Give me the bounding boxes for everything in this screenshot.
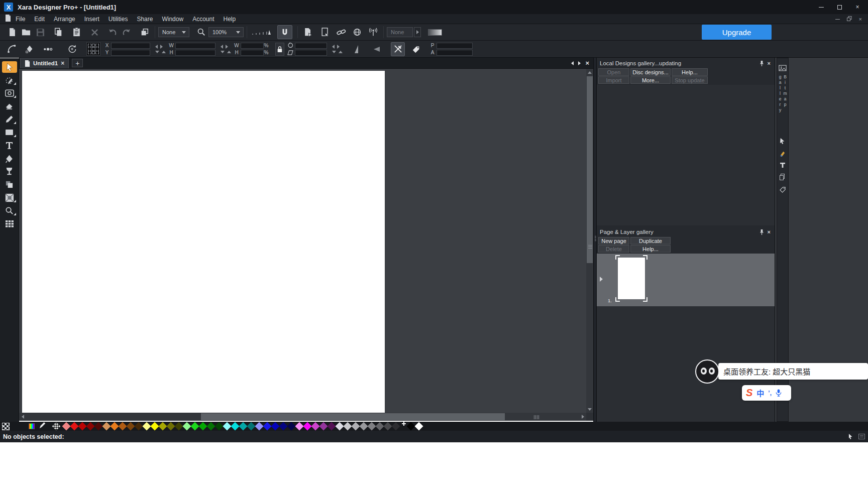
flip-horizontal-button[interactable] <box>369 42 384 56</box>
pencil-tool[interactable] <box>2 113 17 125</box>
select-gallery-icon[interactable] <box>778 137 787 146</box>
gallery-close-icon[interactable]: × <box>768 60 771 66</box>
zoom-search-icon[interactable] <box>194 26 208 39</box>
color-swatch[interactable] <box>231 422 240 431</box>
color-swatch[interactable] <box>94 422 103 431</box>
xy-spinners[interactable] <box>155 45 166 53</box>
height-field[interactable] <box>175 50 215 56</box>
color-swatch[interactable] <box>328 422 336 431</box>
stop-update-button[interactable]: Stop update <box>672 76 708 84</box>
menu-arrange[interactable]: Arrange <box>49 16 80 23</box>
color-swatch[interactable] <box>247 422 256 431</box>
color-swatch[interactable] <box>376 422 384 431</box>
transform-toggle-button[interactable] <box>391 42 405 56</box>
color-swatch[interactable] <box>407 422 415 431</box>
hyperlink-button[interactable] <box>334 26 348 39</box>
color-swatch[interactable] <box>159 422 167 431</box>
fill-edit-icon[interactable] <box>22 42 37 56</box>
freehand-brush-tool[interactable] <box>2 74 17 86</box>
color-swatch[interactable] <box>167 422 175 431</box>
transparency-tool[interactable] <box>2 166 17 177</box>
color-swatch[interactable] <box>151 422 159 431</box>
width-percent-field[interactable] <box>241 43 264 49</box>
node-edit-icon[interactable] <box>40 42 55 56</box>
line-style-dropdown[interactable]: None <box>387 27 413 37</box>
ime-language-toggle[interactable]: 中 <box>756 388 764 398</box>
fill-tool[interactable] <box>2 153 17 164</box>
new-page-button[interactable]: New page <box>598 237 629 245</box>
gradient-swatch[interactable] <box>428 29 442 36</box>
zoom-tool[interactable] <box>2 205 17 216</box>
ime-punctuation-toggle[interactable]: ’, <box>768 390 772 397</box>
ime-microphone-icon[interactable] <box>776 389 782 397</box>
color-swatch[interactable] <box>111 422 119 431</box>
flip-vertical-button[interactable] <box>351 42 366 56</box>
bevel-tool[interactable] <box>2 192 17 203</box>
menu-help[interactable]: Help <box>219 16 241 23</box>
color-swatch[interactable] <box>392 422 400 431</box>
skew-field[interactable] <box>295 50 327 56</box>
menu-insert[interactable]: Insert <box>80 16 104 23</box>
color-swatch[interactable] <box>287 422 296 431</box>
no-color-swatch[interactable] <box>2 423 10 430</box>
arc-edit-icon[interactable] <box>4 42 19 56</box>
color-swatch[interactable] <box>102 422 111 431</box>
tab-scroll-right-icon[interactable] <box>578 61 581 65</box>
color-swatch[interactable] <box>86 422 95 431</box>
clipart-gallery-icon[interactable] <box>778 173 787 182</box>
width-field[interactable] <box>175 43 215 49</box>
color-swatch[interactable] <box>344 422 352 431</box>
new-tab-button[interactable]: + <box>72 59 83 67</box>
scroll-down-icon[interactable] <box>588 408 592 411</box>
transparent-swatch[interactable] <box>52 422 61 431</box>
more-button[interactable]: More... <box>630 76 671 84</box>
color-swatch[interactable] <box>199 422 207 431</box>
menu-share[interactable]: Share <box>132 16 157 23</box>
rotate-mode-icon[interactable] <box>64 42 79 56</box>
lock-aspect-button[interactable] <box>275 43 284 56</box>
delete-button[interactable] <box>87 26 101 39</box>
wh-spinners[interactable] <box>221 45 231 53</box>
pin-icon[interactable] <box>759 229 764 235</box>
ime-toolbar[interactable]: S 中 ’, <box>742 385 791 401</box>
color-swatch[interactable] <box>271 422 280 431</box>
disc-designs-button[interactable]: Disc designs... <box>630 68 671 76</box>
web-export-button[interactable] <box>350 26 364 39</box>
close-button[interactable]: × <box>854 4 861 11</box>
mdi-restore-button[interactable] <box>847 16 852 22</box>
color-swatch[interactable] <box>384 422 392 431</box>
horizontal-scroll-thumb[interactable] <box>201 413 505 420</box>
line-style-expand-button[interactable] <box>414 27 421 37</box>
color-swatch[interactable] <box>119 422 127 431</box>
rotate-spinners[interactable] <box>332 45 343 53</box>
redo-button[interactable] <box>120 26 134 39</box>
y-position-field[interactable] <box>111 50 150 56</box>
panel-splitter[interactable] <box>593 58 597 422</box>
color-swatch[interactable] <box>135 422 143 431</box>
mdi-minimize-button[interactable] <box>835 16 840 22</box>
eraser-tool[interactable] <box>2 100 17 112</box>
document-tab[interactable]: Untitled1 × <box>20 58 69 68</box>
menu-file[interactable]: File <box>11 16 30 23</box>
local-designs-gallery-content[interactable] <box>597 85 775 225</box>
color-gallery-icon[interactable] <box>778 149 787 158</box>
color-swatch[interactable] <box>239 422 248 431</box>
canvas-viewport[interactable] <box>19 69 586 413</box>
shadow-tool[interactable] <box>2 179 17 190</box>
color-swatch[interactable] <box>207 422 215 431</box>
mdi-close-button[interactable]: × <box>859 16 862 22</box>
clone-button[interactable] <box>138 26 152 39</box>
duplicate-page-button[interactable]: Duplicate <box>630 237 671 245</box>
import-button[interactable]: Import <box>598 76 629 84</box>
delete-page-button[interactable]: Delete <box>598 245 629 253</box>
ime-logo-icon[interactable]: S <box>746 387 752 399</box>
color-swatch[interactable] <box>183 422 191 431</box>
import-file-button[interactable] <box>318 26 332 39</box>
color-swatch[interactable] <box>319 422 328 431</box>
color-swatch[interactable] <box>255 422 264 431</box>
color-swatch[interactable] <box>279 422 288 431</box>
copy-button[interactable] <box>51 26 65 39</box>
font-gallery-icon[interactable] <box>778 161 787 170</box>
color-swatch[interactable] <box>295 422 304 431</box>
text-tool[interactable] <box>2 140 17 151</box>
